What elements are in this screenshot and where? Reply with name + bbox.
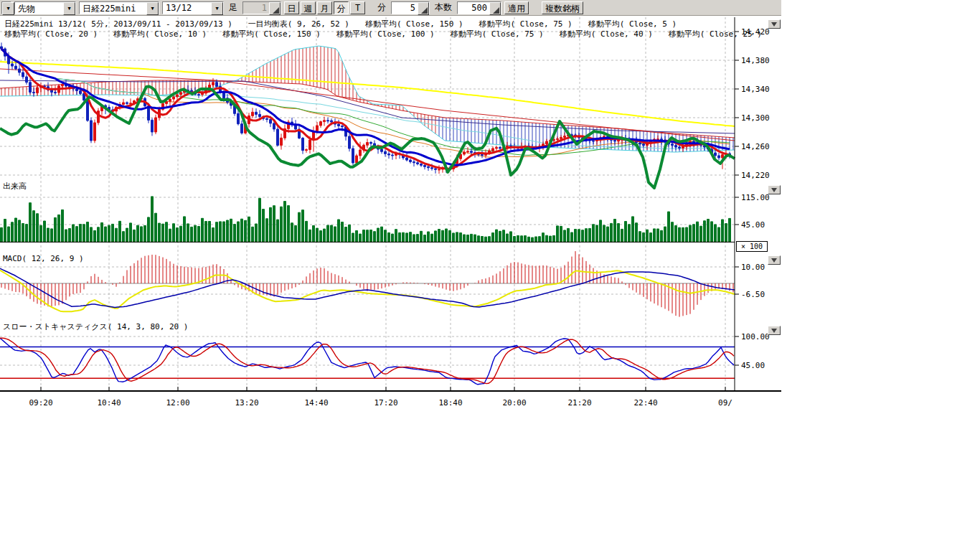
y-axis-tick-label: 14,380 xyxy=(741,56,770,65)
legend-item: 移動平均( Close, 150 ) xyxy=(222,29,321,39)
legend-item: 移動平均( Close, 5 ) xyxy=(588,19,677,29)
y-axis-tick-label: -6.50 xyxy=(741,290,765,299)
time-axis-tick-label: 18:40 xyxy=(438,398,462,408)
chevron-down-icon xyxy=(771,329,777,333)
ichimoku-span-b xyxy=(0,46,735,152)
legend-item: 移動平均( Close, 20 ) xyxy=(4,29,98,39)
ma-150-line xyxy=(0,62,735,126)
chart-canvas[interactable]: 14,42014,38014,34014,30014,26014,220115.… xyxy=(0,0,980,430)
y-axis-tick-label: 115.00 xyxy=(741,193,770,202)
stoch-scale-dropdown-button[interactable] xyxy=(768,326,781,335)
time-axis-tick-label: 21:20 xyxy=(567,398,591,408)
y-axis-tick-label: 14,340 xyxy=(741,85,770,94)
chevron-down-icon xyxy=(771,258,777,263)
legend-item: 移動平均( Close, 75 ) xyxy=(451,29,544,39)
gridlines xyxy=(0,17,735,390)
macd-scale-dropdown-button[interactable] xyxy=(768,255,781,265)
time-axis-tick-label: 12:00 xyxy=(166,398,189,408)
legend-item: 日経225mini 13/12( 5分, 2013/09/11 - 2013/0… xyxy=(4,19,232,29)
volume-panel-label: 出来高 xyxy=(3,181,27,192)
ichimoku-cloud-hatch-left xyxy=(1,46,435,133)
chart-application-window: { "toolbar": { "edge_combo_note": "", "c… xyxy=(0,0,980,551)
ma-90-line xyxy=(1,49,730,149)
chevron-down-icon xyxy=(771,22,777,27)
legend-row-1: 日経225mini 13/12( 5分, 2013/09/11 - 2013/0… xyxy=(4,19,692,29)
stoch-d-line xyxy=(0,338,734,383)
time-axis-tick-label: 10:40 xyxy=(97,398,121,408)
y-axis-tick-label: 14,300 xyxy=(741,113,770,123)
legend-item: 移動平均( Close, 40 ) xyxy=(560,29,653,39)
time-axis-tick-label: 14:40 xyxy=(304,398,328,408)
y-axis-tick-label: 14,260 xyxy=(741,142,770,151)
y-axis-tick-label: 10.00 xyxy=(741,263,765,272)
stoch-k-line xyxy=(0,338,734,385)
y-axis-tick-label: 45.00 xyxy=(741,220,765,230)
volume-bars xyxy=(1,197,731,242)
chevron-down-icon xyxy=(771,188,777,192)
time-axis-tick-label: 09/ xyxy=(718,398,732,408)
time-axis-tick-label: 09:20 xyxy=(29,398,52,408)
y-axis-tick-label: 100.00 xyxy=(741,332,770,342)
ma-75-line xyxy=(0,69,735,141)
legend-row-2: 移動平均( Close, 20 )移動平均( Close, 10 )移動平均( … xyxy=(4,29,778,39)
y-axis-tick-label: 14,220 xyxy=(741,171,770,180)
volume-multiplier-badge: × 100 xyxy=(736,241,768,252)
legend-item: 移動平均( Close, 10 ) xyxy=(113,29,207,39)
time-axis-tick-label: 20:00 xyxy=(502,398,526,408)
macd-panel-label: MACD( 12, 26, 9 ) xyxy=(3,254,84,263)
legend-item: 移動平均( Close, 75 ) xyxy=(479,19,573,29)
ma-20-thick-line xyxy=(1,49,730,165)
stoch-panel-label: スロー・ストキャスティクス( 14, 3, 80, 20 ) xyxy=(3,321,188,332)
time-axis-tick-label: 22:40 xyxy=(633,398,657,408)
volume-scale-dropdown-button[interactable] xyxy=(768,185,781,194)
legend-item: 一目均衡表( 9, 26, 52 ) xyxy=(248,19,349,29)
time-axis-tick-label: 13:20 xyxy=(235,398,258,408)
legend-item: 移動平均( Close, 25 ) xyxy=(669,29,762,39)
price-scale-dropdown-button[interactable] xyxy=(768,19,781,29)
legend-item: 移動平均( Close, 150 ) xyxy=(365,19,463,29)
y-axis-tick-label: 45.00 xyxy=(741,361,765,370)
time-axis-tick-label: 17:20 xyxy=(374,398,397,408)
legend-item: 移動平均( Close, 100 ) xyxy=(336,29,435,39)
